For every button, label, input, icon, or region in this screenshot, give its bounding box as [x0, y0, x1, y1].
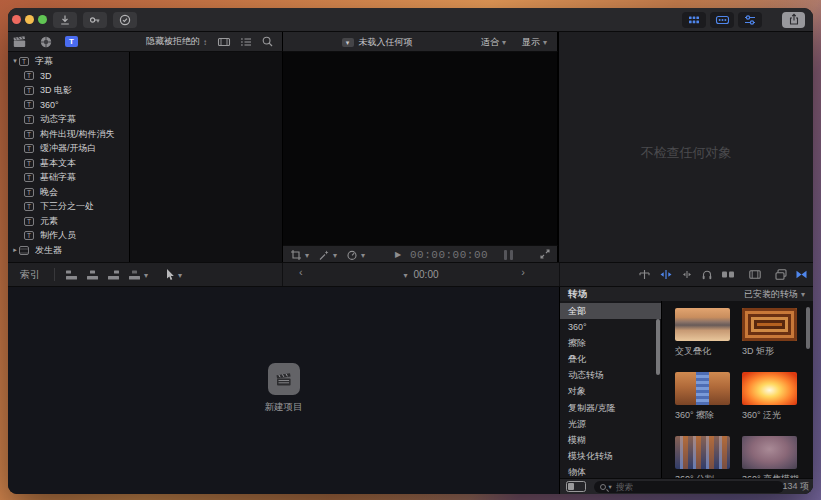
transition-card[interactable]: 交叉叠化	[675, 308, 730, 358]
crop-tool-dropdown[interactable]	[290, 249, 309, 261]
category-icon	[24, 130, 34, 139]
new-project-button[interactable]: 新建项目	[265, 363, 303, 414]
download-button[interactable]	[53, 12, 77, 28]
installed-transitions-dropdown[interactable]: 已安装的转场	[744, 288, 805, 301]
sidebar-item-label: 3D 电影	[40, 84, 72, 97]
solo-headphones-button[interactable]	[700, 268, 714, 281]
append-clip-button[interactable]	[107, 269, 120, 281]
timeline-header: 00:00	[283, 263, 560, 286]
sidebar-item-label: 发生器	[35, 244, 62, 257]
browser-layout-button[interactable]	[682, 12, 706, 28]
previous-item-button[interactable]	[299, 266, 303, 278]
sidebar-item[interactable]: 360°	[8, 98, 129, 113]
filter-dropdown[interactable]: 隐藏被拒绝的	[146, 35, 207, 48]
retime-dropdown[interactable]	[346, 249, 365, 261]
category-item[interactable]: 模块化转场	[560, 448, 661, 464]
sidebar-item[interactable]: 基本文本	[8, 156, 129, 171]
inspector-layout-button[interactable]	[738, 12, 762, 28]
transition-card[interactable]: 360° 分割	[675, 436, 730, 478]
transition-card[interactable]: 3D 矩形	[742, 308, 797, 358]
audio-skimming-button[interactable]	[680, 268, 694, 281]
snapping-button[interactable]	[720, 268, 736, 281]
tracks-icon[interactable]	[637, 268, 652, 281]
inspector-empty-message: 不检查任何对象	[559, 144, 813, 162]
transitions-browser-panel: 转场 已安装的转场 全部 360° 擦除	[560, 287, 813, 494]
sidebar-item[interactable]: ▾ 字幕	[8, 54, 129, 69]
sidebar-item[interactable]: 构件出现/构件消失	[8, 127, 129, 142]
category-item[interactable]: 360°	[560, 319, 661, 335]
clapperboard-glyph-icon	[274, 371, 293, 388]
media-browser-tab[interactable]	[12, 35, 27, 49]
transition-label: 交叉叠化	[675, 345, 730, 358]
categories-scrollbar[interactable]	[656, 319, 660, 375]
minimize-button[interactable]	[25, 15, 34, 24]
category-item[interactable]: 光源	[560, 416, 661, 432]
audio-meters-icon[interactable]	[504, 250, 513, 260]
category-icon	[24, 188, 34, 197]
next-item-button[interactable]	[521, 266, 525, 278]
chevron-down-icon[interactable]	[403, 269, 407, 280]
sidebar-item[interactable]: 元素	[8, 214, 129, 229]
category-item[interactable]: 全部	[560, 303, 661, 319]
category-item[interactable]: 对象	[560, 383, 661, 399]
grid-scrollbar[interactable]	[806, 307, 810, 349]
sidebar-item-label: 制作人员	[40, 229, 76, 242]
category-item[interactable]: 叠化	[560, 351, 661, 367]
sidebar-item[interactable]: 下三分之一处	[8, 199, 129, 214]
transition-card[interactable]: 360° 泛光	[742, 372, 797, 422]
zoom-button[interactable]	[38, 15, 47, 24]
photos-browser-button[interactable]	[774, 268, 788, 281]
sidebar-item[interactable]: 缓冲器/开场白	[8, 141, 129, 156]
viewer-canvas[interactable]	[283, 52, 558, 245]
timeline-pane[interactable]: 新建项目	[8, 287, 560, 494]
category-item[interactable]: 复制器/克隆	[560, 400, 661, 416]
disclosure-triangle-icon[interactable]: ▸	[11, 246, 19, 254]
share-button[interactable]	[782, 12, 805, 28]
key-icon	[88, 13, 102, 27]
skimming-button[interactable]	[658, 268, 674, 281]
key-button[interactable]	[83, 12, 107, 28]
tool-select-dropdown[interactable]	[163, 268, 182, 281]
browser-content-area[interactable]	[130, 52, 283, 262]
transition-card[interactable]: 360° 变焦模糊	[742, 436, 797, 478]
titles-generators-tab[interactable]: T	[65, 36, 78, 47]
sidebar-item[interactable]: 基础字幕	[8, 170, 129, 185]
play-button[interactable]	[395, 246, 401, 263]
effects-browser-button[interactable]	[748, 268, 762, 281]
view-options-dropdown[interactable]: 显示	[522, 36, 547, 49]
overwrite-clip-dropdown[interactable]	[128, 269, 148, 281]
sidebar-item[interactable]: 3D 电影	[8, 83, 129, 98]
close-button[interactable]	[12, 15, 21, 24]
titlebar-right-buttons	[678, 12, 813, 28]
sidebar-item[interactable]: 3D	[8, 69, 129, 84]
filmstrip-view-button[interactable]	[217, 35, 231, 49]
list-view-button[interactable]	[239, 35, 253, 49]
category-item[interactable]: 擦除	[560, 335, 661, 351]
connect-clip-button[interactable]	[65, 269, 78, 281]
search-button[interactable]	[261, 35, 274, 48]
sidebar-item[interactable]: 动态字幕	[8, 112, 129, 127]
disclosure-triangle-icon[interactable]: ▾	[11, 57, 19, 65]
expand-viewer-button[interactable]	[539, 248, 551, 260]
category-item[interactable]: 动态转场	[560, 367, 661, 383]
sidebar-item[interactable]: ▸ 发生器	[8, 243, 129, 258]
index-button[interactable]: 索引	[20, 268, 40, 282]
category-label: 擦除	[568, 338, 586, 348]
viewer-toolbar: 未载入任何项 适合 显示	[283, 32, 558, 52]
category-label: 全部	[568, 306, 586, 316]
effects-tool-dropdown[interactable]	[318, 249, 337, 261]
transitions-browser-button[interactable]	[794, 268, 809, 281]
category-item[interactable]: 物体	[560, 464, 661, 478]
search-input[interactable]	[616, 482, 736, 492]
sidebar-toggle-button[interactable]	[566, 481, 586, 492]
sidebar-item[interactable]: 晚会	[8, 185, 129, 200]
search-field[interactable]	[594, 481, 784, 493]
category-item[interactable]: 模糊	[560, 432, 661, 448]
sidebar-item[interactable]: 制作人员	[8, 229, 129, 244]
photos-audio-tab[interactable]	[39, 35, 53, 49]
zoom-fit-dropdown[interactable]: 适合	[481, 36, 506, 49]
verify-button[interactable]	[113, 12, 137, 28]
transition-card[interactable]: 360° 擦除	[675, 372, 730, 422]
insert-clip-button[interactable]	[86, 269, 99, 281]
timeline-layout-button[interactable]	[710, 12, 734, 28]
